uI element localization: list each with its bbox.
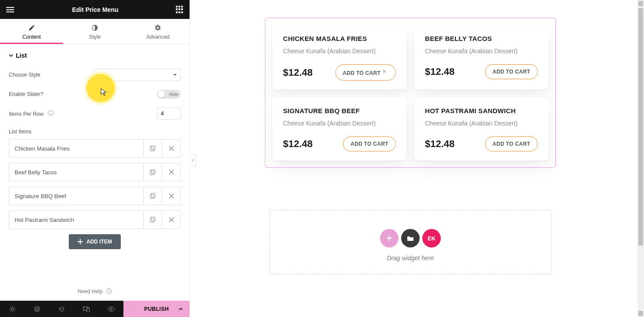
svg-rect-6 [152,169,155,173]
remove-button[interactable] [162,211,180,229]
tab-style[interactable]: Style [63,19,126,44]
add-to-cart-button[interactable]: ADD TO CART [343,136,396,151]
scroll-thumb[interactable] [638,8,643,246]
scrollbar[interactable] [637,0,644,317]
svg-rect-9 [150,218,154,222]
card-desc: Cheese Kunafa (Arabian Dessert) [283,48,396,55]
duplicate-button[interactable] [143,187,162,205]
list-item-name[interactable]: Hot Pastrami Sandwich [9,211,143,229]
add-to-cart-button[interactable]: ADD TO CART [485,64,538,79]
card-desc: Cheese Kunafa (Arabian Dessert) [425,120,538,127]
plus-icon [78,239,83,244]
add-item-button[interactable]: ADD ITEM [69,234,121,249]
row-choose-style: Choose Style [9,69,181,81]
list-item: Beef Belly Tacos [9,163,181,181]
folder-icon [407,235,414,241]
svg-rect-10 [152,217,155,221]
chevron-up-icon [178,306,183,312]
layers-icon [34,306,41,313]
close-icon [169,217,174,222]
widget-dropzone[interactable]: EK Drag widget here [269,210,551,274]
remove-button[interactable] [162,163,180,181]
card-title: SIGNATURE BBQ BEEF [283,107,396,114]
input-items-per-row[interactable] [157,107,181,120]
panel-tabs: Content Style Advanced [0,19,190,44]
card-price: $12.48 [283,67,313,78]
ekit-button[interactable]: EK [422,229,441,247]
preview-canvas: CHICKEN MASALA FRIES Cheese Kunafa (Arab… [190,0,644,317]
menu-card: HOT PASTRAMI SANDWICH Cheese Kunafa (Ara… [414,97,548,160]
remove-button[interactable] [162,140,180,157]
hamburger-icon[interactable] [6,5,15,14]
close-icon [169,170,174,175]
duplicate-button[interactable] [143,211,162,229]
duplicate-button[interactable] [143,163,162,181]
chevron-down-icon [9,53,13,58]
chevron-left-icon [192,158,194,162]
publish-button[interactable]: PUBLISH [123,301,190,317]
close-icon [169,193,174,199]
svg-rect-2 [50,115,52,115]
scroll-up-button[interactable] [638,1,643,6]
svg-point-16 [110,308,112,310]
desktop-icon[interactable] [48,111,54,116]
add-section-button[interactable] [380,229,398,247]
menu-card: CHICKEN MASALA FRIES Cheese Kunafa (Arab… [272,25,406,89]
svg-text:?: ? [108,289,110,293]
history-button[interactable] [49,301,74,317]
toggle-enable-slider[interactable]: Hide [157,90,181,99]
svg-rect-4 [152,145,155,150]
navigator-button[interactable] [25,301,49,317]
contrast-icon [91,24,98,31]
need-help-link[interactable]: Need Help ? [0,282,190,301]
tab-advanced[interactable]: Advanced [127,19,190,44]
settings-button[interactable] [0,301,25,317]
sidebar-header: Edit Price Menu [0,0,190,19]
price-menu-widget[interactable]: CHICKEN MASALA FRIES Cheese Kunafa (Arab… [265,18,556,168]
tab-content[interactable]: Content [0,19,63,44]
card-desc: Cheese Kunafa (Arabian Dessert) [283,120,396,127]
svg-rect-15 [87,308,89,312]
label-enable-slider: Enable Slider? [9,91,43,97]
svg-rect-3 [150,147,154,151]
copy-icon [150,217,156,223]
plus-icon [386,235,393,242]
close-icon [169,146,174,151]
svg-rect-7 [150,194,154,199]
list-item-name[interactable]: Beef Belly Tacos [9,163,143,181]
collapse-sidebar-button[interactable] [190,154,196,166]
add-template-button[interactable] [401,229,420,247]
card-title: BEEF BELLY TACOS [425,35,538,42]
list-item-name[interactable]: Chicken Masala Fries [9,140,143,157]
list-item-name[interactable]: Signature BBQ Beef [9,187,143,205]
menu-card: SIGNATURE BBQ BEEF Cheese Kunafa (Arabia… [272,97,406,160]
copy-icon [150,169,156,175]
scroll-down-button[interactable] [638,311,643,316]
page-title: Edit Price Menu [15,6,175,13]
duplicate-button[interactable] [143,140,162,157]
grid-icon[interactable] [175,6,183,14]
add-to-cart-button[interactable]: ADD TO CART [485,136,538,151]
editor-sidebar: Edit Price Menu Content Style Advanced L… [0,0,190,317]
row-enable-slider: Enable Slider? Hide [9,90,181,99]
add-to-cart-button[interactable]: ADD TO CART [335,64,396,81]
svg-point-13 [11,308,14,310]
eye-icon [107,306,115,312]
list-item: Hot Pastrami Sandwich [9,210,181,229]
preview-button[interactable] [99,301,123,317]
select-choose-style[interactable] [93,69,181,81]
section-toggle-list[interactable]: List [9,52,181,59]
card-price: $12.48 [425,138,454,150]
controls-panel: List Choose Style Enable Slider? Hide It… [0,44,190,282]
remove-button[interactable] [162,187,180,205]
menu-card: BEEF BELLY TACOS Cheese Kunafa (Arabian … [414,25,548,89]
card-price: $12.48 [425,66,454,77]
card-desc: Cheese Kunafa (Arabian Dessert) [425,48,538,55]
devices-icon [83,306,90,312]
cursor-small-icon [382,69,388,75]
svg-rect-8 [152,193,155,197]
responsive-button[interactable] [74,301,99,317]
row-items-per-row: Items Per Row [9,107,181,120]
card-price: $12.48 [283,138,313,150]
pencil-icon [28,24,35,31]
